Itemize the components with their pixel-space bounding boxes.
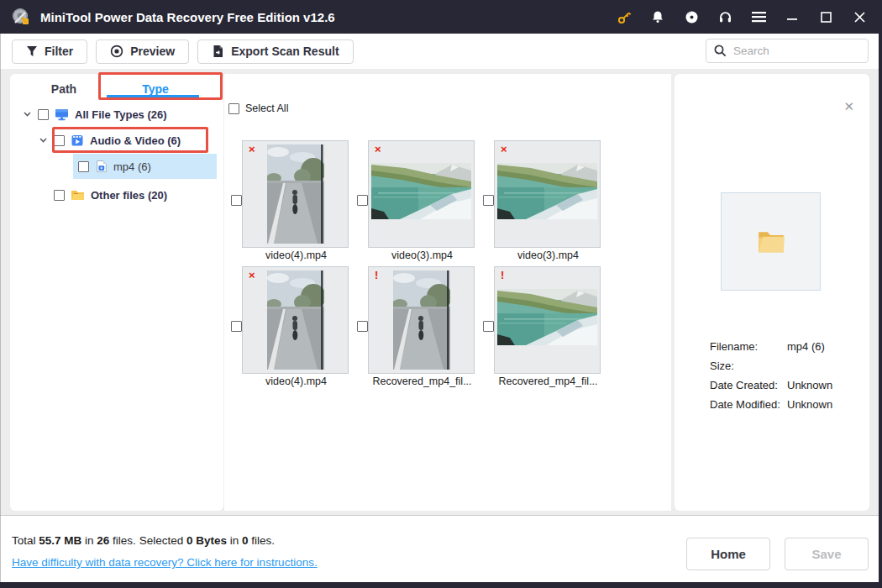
preview-button[interactable]: Preview xyxy=(96,39,189,64)
video-thumbnail-lake xyxy=(497,163,597,219)
file-grid-panel: Select All × × × × ! ! xyxy=(224,74,671,511)
file-tree-panel: Path Type All File Types (26) Audio & Vi… xyxy=(10,74,223,511)
license-key-icon[interactable] xyxy=(613,6,635,28)
file-card[interactable]: × xyxy=(242,140,349,248)
video-thumbnail-bike xyxy=(267,270,324,370)
preview-label: Preview xyxy=(130,45,175,58)
tree-item-other-files[interactable]: Other files (20) xyxy=(10,184,167,206)
tree-item-all-file-types[interactable]: All File Types (26) xyxy=(10,103,167,125)
file-name: Recovered_mp4_fil... xyxy=(368,375,476,387)
filter-funnel-icon xyxy=(26,45,38,57)
tree-label: mp4 (6) xyxy=(113,160,151,173)
search-box xyxy=(706,39,869,63)
file-card[interactable]: ! xyxy=(368,266,475,374)
filter-label: Filter xyxy=(45,45,73,58)
minimize-icon[interactable] xyxy=(781,6,803,28)
video-thumbnail-lake xyxy=(497,289,597,345)
maximize-icon[interactable] xyxy=(815,6,837,28)
tab-path[interactable]: Path xyxy=(18,79,109,99)
chevron-down-icon[interactable] xyxy=(39,136,48,144)
detail-filename: Filename: mp4 (6) xyxy=(710,340,861,353)
detail-filename-value: mp4 (6) xyxy=(787,340,825,353)
tree-label: All File Types (26) xyxy=(75,108,167,121)
chevron-down-icon[interactable] xyxy=(23,110,32,118)
video-thumbnail-bike xyxy=(393,270,450,370)
all-file-types-checkbox[interactable] xyxy=(38,109,49,120)
video-thumbnail-lake xyxy=(371,163,471,219)
deleted-status-badge: × xyxy=(249,270,255,281)
other-files-checkbox[interactable] xyxy=(54,190,65,201)
export-scan-result-button[interactable]: Export Scan Result xyxy=(197,39,353,64)
total-count: 26 xyxy=(97,534,109,547)
tree-label: Other files (20) xyxy=(91,189,167,202)
close-icon[interactable] xyxy=(848,6,870,28)
file-checkbox[interactable] xyxy=(357,321,368,332)
window-left-border xyxy=(0,34,1,582)
file-name: video(4).mp4 xyxy=(242,249,350,261)
toolbar: Filter Preview Export Scan Result xyxy=(0,34,879,69)
tree-item-audio-video[interactable]: Audio & Video (6) xyxy=(10,129,181,151)
close-preview-icon[interactable]: ✕ xyxy=(843,101,854,113)
menu-icon[interactable] xyxy=(748,6,769,28)
file-checkbox[interactable] xyxy=(231,195,242,206)
search-input[interactable] xyxy=(706,39,869,63)
export-document-icon xyxy=(212,45,224,58)
search-icon xyxy=(713,44,727,58)
deleted-status-badge: × xyxy=(501,144,507,155)
preview-eye-icon xyxy=(110,45,123,58)
export-label: Export Scan Result xyxy=(231,45,339,58)
deleted-status-badge: × xyxy=(375,144,381,155)
filter-button[interactable]: Filter xyxy=(12,39,87,64)
total-size: 55.7 MB xyxy=(39,534,81,547)
detail-created-value: Unknown xyxy=(787,379,832,391)
file-name: video(4).mp4 xyxy=(242,375,350,387)
app-window: MiniTool Power Data Recovery Free Editio… xyxy=(0,0,882,588)
audio-video-checkbox[interactable] xyxy=(54,135,65,146)
window-right-border xyxy=(879,0,882,588)
disc-media-icon[interactable] xyxy=(680,6,702,28)
file-card[interactable]: × xyxy=(494,140,601,248)
file-checkbox[interactable] xyxy=(357,195,368,206)
file-card[interactable]: × xyxy=(368,140,475,248)
tree-item-mp4[interactable]: mp4 (6) xyxy=(10,155,151,177)
tree-label: Audio & Video (6) xyxy=(90,134,181,147)
detail-date-modified: Date Modified: Unknown xyxy=(710,398,861,411)
title-bar: MiniTool Power Data Recovery Free Editio… xyxy=(0,0,882,34)
mp4-checkbox[interactable] xyxy=(78,161,89,172)
select-all-label: Select All xyxy=(245,102,288,114)
window-bottom-border xyxy=(0,582,882,588)
detail-modified-value: Unknown xyxy=(787,398,832,411)
video-icon xyxy=(71,134,84,147)
warning-status-badge: ! xyxy=(501,270,504,281)
select-all-checkbox[interactable] xyxy=(228,103,239,114)
notifications-bell-icon[interactable] xyxy=(647,6,669,28)
status-summary: Total 55.7 MB in 26 files. Selected 0 By… xyxy=(12,534,275,547)
file-card[interactable]: ! xyxy=(494,266,601,374)
window-title: MiniTool Power Data Recovery Free Editio… xyxy=(40,10,335,24)
status-bar: Total 55.7 MB in 26 files. Selected 0 By… xyxy=(0,515,879,582)
home-button[interactable]: Home xyxy=(686,538,770,570)
selected-size: 0 Bytes xyxy=(186,534,227,547)
monitor-icon xyxy=(55,108,69,121)
warning-status-badge: ! xyxy=(375,270,378,281)
preview-panel: ✕ Filename: mp4 (6) Size: Date Created: … xyxy=(675,74,869,511)
save-button[interactable]: Save xyxy=(785,538,869,570)
deleted-status-badge: × xyxy=(249,144,255,155)
file-name: Recovered_mp4_fil... xyxy=(494,375,602,387)
mp4-file-icon xyxy=(95,160,108,173)
detail-size: Size: xyxy=(710,360,861,372)
file-checkbox[interactable] xyxy=(231,321,242,332)
preview-thumbnail-box xyxy=(721,192,821,291)
file-name: video(3).mp4 xyxy=(368,249,476,261)
file-checkbox[interactable] xyxy=(483,195,494,206)
file-card[interactable]: × xyxy=(242,266,349,374)
file-name: video(3).mp4 xyxy=(494,249,602,261)
select-all-row: Select All xyxy=(228,102,288,114)
support-headset-icon[interactable] xyxy=(714,6,736,28)
app-logo-icon xyxy=(10,6,32,28)
help-link[interactable]: Have difficulty with data recovery? Clic… xyxy=(12,556,318,569)
active-tab-underline xyxy=(107,95,199,97)
video-thumbnail-bike xyxy=(267,144,324,244)
detail-date-created: Date Created: Unknown xyxy=(710,379,861,391)
file-checkbox[interactable] xyxy=(483,321,494,332)
